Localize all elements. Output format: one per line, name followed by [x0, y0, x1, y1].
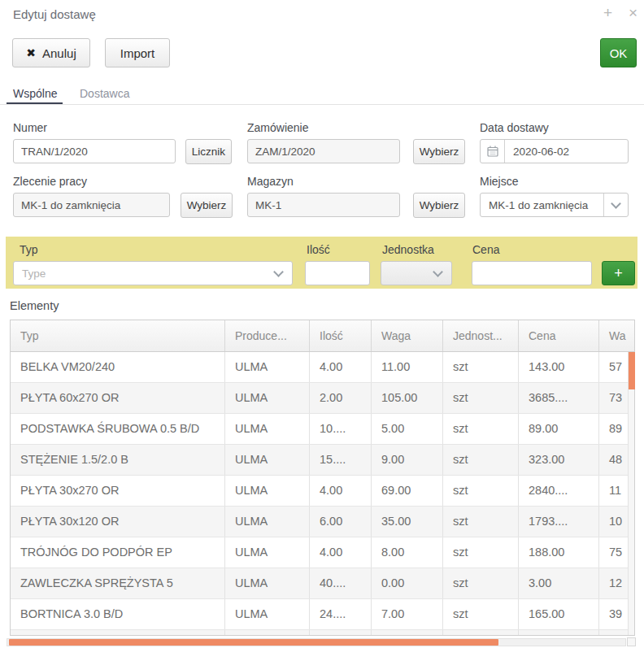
- column-header-5[interactable]: Cena: [519, 320, 599, 351]
- miejsce-chevron-segment[interactable]: [603, 194, 628, 216]
- horizontal-scrollbar[interactable]: [7, 638, 626, 646]
- table-cell: ULMA: [225, 445, 310, 475]
- table-cell: 165.00: [519, 599, 599, 629]
- cancel-x-icon: ✖: [26, 46, 36, 59]
- table-cell: [599, 630, 629, 636]
- window-plus-icon[interactable]: +: [603, 5, 612, 21]
- cancel-label: Anuluj: [42, 46, 76, 60]
- table-cell: 10: [599, 507, 629, 537]
- calendar-icon[interactable]: [481, 140, 505, 163]
- miejsce-select[interactable]: MK-1 do zamknięcia: [480, 193, 629, 217]
- column-header-2[interactable]: Ilość: [310, 320, 372, 351]
- table-cell: 8.00: [372, 537, 443, 568]
- table-row[interactable]: ZAWLECZKA SPRĘŻYSTA 5ULMA40....0.00szt3.…: [11, 568, 634, 599]
- column-header-3[interactable]: Waga: [372, 320, 443, 351]
- table-row-partial: [11, 630, 634, 636]
- column-header-4[interactable]: Jednost...: [443, 320, 519, 351]
- elements-label: Elementy: [10, 299, 59, 312]
- typ-placeholder: Type: [22, 267, 46, 280]
- vertical-scrollbar-thumb[interactable]: [629, 352, 635, 389]
- table-cell: 35.00: [372, 507, 443, 537]
- table-cell: TRÓJNÓG DO PODPÓR EP: [11, 537, 225, 568]
- table-cell: 3685....: [519, 383, 599, 413]
- table-cell: 0.00: [372, 568, 443, 598]
- table-cell: [372, 630, 443, 636]
- table-row[interactable]: PŁYTA 30x270 ORULMA4.0069.00szt2840....1…: [11, 476, 634, 507]
- table-cell: [519, 630, 599, 636]
- table-cell: szt: [443, 568, 519, 598]
- edit-delivery-dialog: Edytuj dostawę + × ✖ Anuluj Import OK Ws…: [0, 0, 644, 648]
- table-cell: [11, 630, 225, 636]
- data-dostawy-field[interactable]: 2020-06-02: [480, 139, 629, 163]
- table-cell: BORTNICA 3.0 B/D: [11, 599, 225, 629]
- column-header-1[interactable]: Produce...: [225, 320, 310, 351]
- numer-input[interactable]: [13, 139, 176, 163]
- table-cell: szt: [443, 414, 519, 444]
- column-header-0[interactable]: Typ: [11, 320, 225, 351]
- table-cell: ULMA: [225, 383, 310, 413]
- vertical-scrollbar[interactable]: [628, 352, 634, 635]
- table-row[interactable]: PŁYTA 60x270 ORULMA2.00105.00szt3685....…: [11, 383, 634, 414]
- zlecenie-wybierz-button[interactable]: Wybierz: [181, 193, 233, 218]
- magazyn-input[interactable]: [247, 193, 400, 217]
- table-cell: 7.00: [372, 599, 443, 629]
- table-cell: 89: [599, 414, 629, 444]
- table-cell: ULMA: [225, 352, 310, 382]
- table-row[interactable]: PŁYTA 30x120 ORULMA6.0035.00szt1793....1…: [11, 507, 634, 537]
- zamowienie-wybierz-button[interactable]: Wybierz: [413, 139, 465, 164]
- table-row[interactable]: STĘŻENIE 1.5/2.0 BULMA15....9.00szt323.0…: [11, 445, 634, 476]
- table-cell: 57: [599, 352, 629, 382]
- table-cell: STĘŻENIE 1.5/2.0 B: [11, 445, 225, 475]
- table-row[interactable]: PODSTAWKA ŚRUBOWA 0.5 B/DULMA10....5.00s…: [11, 414, 634, 445]
- table-cell: 4.00: [310, 537, 372, 568]
- zlecenie-pracy-input[interactable]: [13, 193, 170, 217]
- miejsce-value: MK-1 do zamknięcia: [481, 199, 588, 211]
- table-cell: 40....: [310, 568, 372, 598]
- table-cell: [443, 630, 519, 636]
- chevron-down-icon: [273, 267, 284, 277]
- table-cell: 105.00: [372, 383, 443, 413]
- table-cell: szt: [443, 537, 519, 568]
- table-cell: [225, 630, 310, 636]
- table-cell: 75: [599, 537, 629, 568]
- table-cell: 4.00: [310, 352, 372, 382]
- ilosc-input[interactable]: [305, 261, 370, 285]
- window-close-icon[interactable]: ×: [629, 5, 637, 21]
- horizontal-scrollbar-thumb[interactable]: [9, 639, 498, 646]
- column-header-6[interactable]: Wa: [599, 320, 634, 351]
- table-row[interactable]: BORTNICA 3.0 B/DULMA24....7.00szt165.003…: [11, 599, 634, 630]
- table-cell: 5.00: [372, 414, 443, 444]
- table-cell: 188.00: [519, 537, 599, 568]
- table-cell: 24....: [310, 599, 372, 629]
- table-cell: 2.00: [310, 383, 372, 413]
- table-cell: 10....: [310, 414, 372, 444]
- import-button[interactable]: Import: [105, 38, 170, 67]
- table-cell: ULMA: [225, 537, 310, 568]
- table-cell: 11.00: [372, 352, 443, 382]
- data-dostawy-label: Data dostawy: [480, 121, 549, 134]
- table-cell: 73: [599, 383, 629, 413]
- magazyn-wybierz-button[interactable]: Wybierz: [413, 193, 465, 218]
- data-dostawy-value: 2020-06-02: [505, 146, 569, 158]
- typ-combobox[interactable]: Type: [13, 261, 293, 285]
- zamowienie-input[interactable]: [247, 139, 400, 163]
- table-row[interactable]: BELKA VM20/240ULMA4.0011.00szt143.0057: [11, 352, 634, 383]
- add-element-button[interactable]: +: [602, 261, 635, 285]
- table-row[interactable]: TRÓJNÓG DO PODPÓR EPULMA4.008.00szt188.0…: [11, 537, 634, 568]
- licznik-button[interactable]: Licznik: [185, 139, 232, 164]
- table-cell: 323.00: [519, 445, 599, 475]
- miejsce-label: Miejsce: [480, 175, 518, 188]
- table-cell: 11: [599, 476, 629, 506]
- table-cell: [310, 630, 372, 636]
- table-cell: ULMA: [225, 507, 310, 537]
- table-cell: 48: [599, 445, 629, 475]
- tab-dostawca[interactable]: Dostawca: [80, 87, 129, 100]
- tabs-divider: [0, 104, 644, 105]
- table-cell: ULMA: [225, 414, 310, 444]
- jednostka-select[interactable]: [381, 261, 452, 285]
- table-cell: 39: [599, 599, 629, 629]
- tab-wspolne[interactable]: Wspólne: [13, 87, 57, 100]
- cancel-button[interactable]: ✖ Anuluj: [12, 38, 90, 67]
- ok-button[interactable]: OK: [600, 38, 637, 67]
- cena-input[interactable]: [472, 261, 592, 285]
